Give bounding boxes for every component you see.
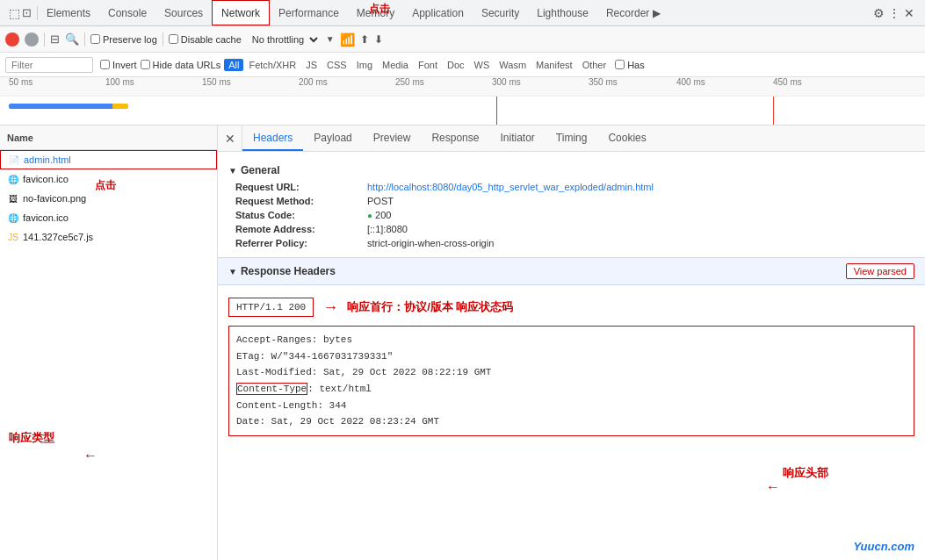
tab-application[interactable]: Application [403, 0, 473, 25]
detail-tab-timing[interactable]: Timing [546, 126, 598, 151]
filter-media[interactable]: Media [378, 59, 413, 71]
tab-elements[interactable]: Elements [38, 0, 99, 25]
upload-icon[interactable]: ⬆ [360, 33, 369, 46]
tab-network[interactable]: Network [212, 0, 270, 25]
invert-text: Invert [112, 60, 137, 70]
filter-font[interactable]: Font [414, 59, 442, 71]
inspect-icon[interactable]: ⬚ [9, 6, 20, 20]
tab-console[interactable]: Console [99, 0, 155, 25]
preserve-log-label[interactable]: Preserve log [90, 34, 157, 45]
status-code-val: 200 [367, 210, 391, 220]
tab-performance[interactable]: Performance [270, 0, 348, 25]
filter-js[interactable]: JS [301, 59, 322, 71]
separator-2 [84, 32, 85, 47]
separator-1 [44, 32, 45, 47]
preserve-log-text: Preserve log [103, 34, 157, 45]
detail-tab-response[interactable]: Response [421, 126, 489, 151]
close-devtools-icon[interactable]: ✕ [904, 6, 914, 20]
filter-ws[interactable]: WS [470, 59, 495, 71]
file-item-js[interactable]: JS 141.327ce5c7.js [0, 227, 217, 247]
tab-security[interactable]: Security [473, 0, 528, 25]
has-label[interactable]: Has [615, 60, 645, 70]
row-status-code: Status Code: 200 [235, 208, 914, 222]
close-detail-btn[interactable]: ✕ [218, 126, 242, 151]
overflow-icon[interactable]: ⋮ [888, 6, 900, 20]
general-section-header[interactable]: ▼ General [228, 159, 914, 180]
response-headers-section: ▼ Response Headers View parsed [218, 257, 925, 285]
referrer-val: strict-origin-when-cross-origin [367, 238, 494, 248]
filter-icon[interactable]: ⊟ [50, 32, 60, 46]
resp-line-accept: Accept-Ranges: bytes [236, 332, 907, 348]
response-body: Accept-Ranges: bytes ETag: W/"344-166703… [228, 326, 914, 436]
dock-icons: ⬚ ⊡ [4, 6, 38, 20]
filter-fetchxhr[interactable]: Fetch/XHR [244, 59, 300, 71]
tab-recorder[interactable]: Recorder ▶ [597, 0, 669, 25]
disable-cache-label[interactable]: Disable cache [169, 34, 242, 45]
has-checkbox[interactable] [615, 60, 625, 69]
preserve-log-checkbox[interactable] [90, 34, 100, 44]
resp-header-arrow-icon: ▼ [228, 267, 237, 276]
device-icon[interactable]: ⊡ [22, 6, 32, 19]
detail-tab-cookies[interactable]: Cookies [597, 126, 656, 151]
js-file-icon: JS [7, 231, 19, 243]
annotation-arrow-left: ← [83, 448, 98, 463]
stop-button[interactable] [25, 32, 39, 47]
timeline-content [0, 97, 925, 126]
tab-memory[interactable]: Memory [348, 0, 403, 25]
mark-350ms: 350 ms [589, 77, 618, 87]
record-button[interactable] [5, 32, 19, 47]
download-icon[interactable]: ⬇ [374, 33, 383, 46]
search-icon[interactable]: 🔍 [65, 32, 79, 46]
file-name-no-favicon: no-favicon.png [23, 193, 86, 204]
filter-all[interactable]: All [224, 59, 243, 71]
filter-row: Invert Hide data URLs All Fetch/XHR JS C… [0, 53, 925, 77]
resp-line-content-length: Content-Length: 344 [236, 398, 907, 414]
request-method-label: Request Method: [235, 196, 367, 206]
filter-wasm[interactable]: Wasm [495, 59, 531, 71]
invert-label[interactable]: Invert [100, 60, 137, 70]
row-remote-address: Remote Address: [::1]:8080 [235, 222, 914, 236]
mark-250ms: 250 ms [395, 77, 424, 87]
mark-100ms: 100 ms [105, 77, 134, 87]
main-area: Name 📄 admin.html 点击 🌐 favicon.ico 🖼 no-… [0, 126, 925, 560]
request-method-val: POST [367, 196, 394, 206]
filter-img[interactable]: Img [352, 59, 377, 71]
detail-tab-payload[interactable]: Payload [303, 126, 362, 151]
settings-icon[interactable]: ⚙ [873, 6, 885, 20]
detail-tab-preview[interactable]: Preview [363, 126, 422, 151]
detail-tab-headers[interactable]: Headers [242, 126, 303, 151]
resp-line-etag: ETag: W/"344-1667031739331" [236, 348, 907, 365]
invert-checkbox[interactable] [100, 60, 110, 69]
mark-200ms: 200 ms [299, 77, 328, 87]
content-type-highlight: Content-Type [236, 383, 307, 395]
resp-header-title-text: Response Headers [241, 265, 336, 277]
file-item-admin-html[interactable]: 📄 admin.html [0, 150, 217, 169]
file-item-no-favicon[interactable]: 🖼 no-favicon.png [0, 189, 217, 208]
disable-cache-checkbox[interactable] [169, 34, 178, 44]
hide-data-urls-label[interactable]: Hide data URLs [141, 60, 221, 70]
hide-data-urls-checkbox[interactable] [141, 60, 150, 69]
throttle-arrow: ▼ [326, 34, 335, 44]
status-code-label: Status Code: [235, 210, 367, 220]
detail-content: ▼ General Request URL: http://localhost:… [218, 152, 925, 447]
filter-manifest[interactable]: Manifest [531, 59, 577, 71]
tab-lighthouse[interactable]: Lighthouse [528, 0, 597, 25]
file-name-admin-html: admin.html [24, 154, 71, 165]
view-parsed-btn[interactable]: View parsed [846, 263, 914, 279]
file-name-favicon-ico-2: favicon.ico [23, 212, 69, 223]
filter-input[interactable] [5, 57, 93, 73]
timeline-bar-yellow [112, 104, 128, 109]
file-item-favicon-ico-1[interactable]: 🌐 favicon.ico [0, 169, 217, 189]
filter-css[interactable]: CSS [322, 59, 351, 71]
request-url-val: http://localhost:8080/day05_http_servlet… [367, 182, 654, 192]
devtools-tabs: ⬚ ⊡ Elements Console Sources Network Per… [0, 0, 925, 26]
mark-400ms: 400 ms [676, 77, 705, 87]
referrer-label: Referrer Policy: [235, 238, 367, 248]
file-item-favicon-ico-2[interactable]: 🌐 favicon.ico [0, 208, 217, 227]
throttle-select[interactable]: No throttling Fast 3G Slow 3G [247, 33, 321, 46]
filter-doc[interactable]: Doc [443, 59, 469, 71]
detail-tab-initiator[interactable]: Initiator [489, 126, 545, 151]
tab-sources[interactable]: Sources [155, 0, 212, 25]
filter-other[interactable]: Other [578, 59, 611, 71]
detail-tabs: ✕ Headers Payload Preview Response Initi… [218, 126, 925, 152]
